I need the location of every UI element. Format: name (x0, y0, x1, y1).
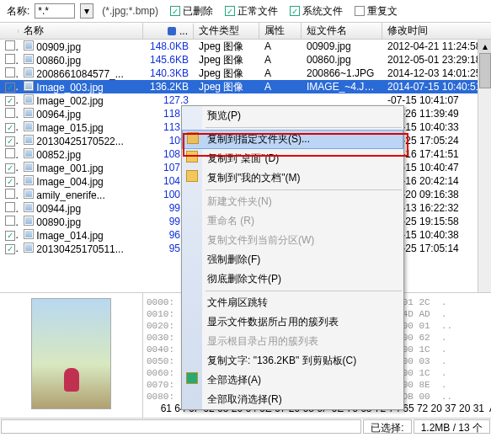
menu-deselect-all[interactable]: 全部取消选择(R) (182, 390, 403, 409)
row-checkbox[interactable]: ✓ (5, 123, 15, 133)
col-header-size[interactable]: ... (143, 24, 194, 39)
file-name: Image_015.jpg (36, 122, 103, 134)
file-size: 127.3 (143, 94, 194, 106)
menu-perm-delete[interactable]: 彻底删除文件(P) (182, 269, 403, 289)
row-checkbox[interactable] (5, 189, 15, 199)
label-normal: 正常文件 (237, 4, 278, 19)
row-checkbox[interactable] (5, 54, 15, 64)
file-date: 2012-04-21 11:24:58 (382, 40, 491, 52)
row-checkbox[interactable] (5, 67, 15, 77)
file-name: 20130425170522... (36, 136, 123, 147)
file-size: 136.2KB (143, 81, 194, 93)
checkbox-deleted[interactable]: ✓ (170, 6, 180, 16)
file-size: 148.0KB (143, 40, 194, 52)
file-icon (24, 135, 34, 145)
name-dropdown-button[interactable]: ▾ (80, 3, 93, 19)
status-bar: 已选择: 1.2MB / 13 个 (0, 418, 491, 435)
col-header-name[interactable]: 名称 (19, 22, 143, 40)
check-icon (186, 372, 198, 384)
menu-select-all[interactable]: 全部选择(A) (182, 371, 403, 390)
table-row[interactable]: 00860.jpg145.6KBJpeg 图像A00860.jpg2012-05… (0, 53, 491, 67)
col-header-type[interactable]: 文件类型 (194, 22, 259, 40)
context-menu: 预览(P) 复制到指定文件夹(S)... 复制到"桌面"(D) 复制到"我的文档… (181, 105, 404, 410)
file-type: Jpeg 图像 (194, 80, 259, 94)
file-icon (24, 81, 34, 91)
file-icon (24, 94, 34, 104)
scroll-up-button[interactable]: ▴ (478, 40, 491, 53)
file-name: Image_003.jpg (36, 82, 103, 93)
file-short-name: 00909.jpg (302, 40, 382, 52)
scrollbar-vertical[interactable]: ▴ (478, 40, 491, 292)
file-name: Image_001.jpg (36, 163, 103, 174)
scroll-thumb[interactable] (479, 53, 491, 88)
checkbox-system[interactable]: ✓ (290, 6, 300, 16)
file-name: 00852.jpg (36, 149, 81, 161)
menu-sector-jump[interactable]: 文件扇区跳转 (182, 293, 403, 312)
file-icon (24, 54, 34, 64)
label-deleted: 已删除 (183, 4, 213, 19)
file-icon (24, 162, 34, 172)
file-short-name: 00860.jpg (302, 54, 382, 66)
file-size: 140.3KB (143, 67, 194, 79)
name-input[interactable] (35, 3, 75, 19)
col-header-attr[interactable]: 属性 (259, 22, 302, 40)
checkbox-normal[interactable]: ✓ (225, 6, 235, 16)
column-header-row: 名称 ... 文件类型 属性 短文件名 修改时间 (0, 23, 491, 40)
menu-show-root-clusters: 显示根目录占用的簇列表 (182, 332, 403, 351)
file-icon (24, 229, 34, 239)
row-checkbox[interactable] (5, 40, 15, 51)
menu-rename: 重命名 (R) (182, 211, 403, 231)
file-type: Jpeg 图像 (194, 67, 259, 81)
file-icon (24, 189, 34, 199)
col-header-date[interactable]: 修改时间 (382, 22, 491, 40)
row-checkbox[interactable]: ✓ (5, 96, 15, 106)
row-checkbox[interactable] (5, 108, 15, 118)
file-name: Image_004.jpg (36, 176, 103, 188)
name-label: 名称: (7, 4, 29, 19)
file-short-name: IMAGE_~4.JPG (302, 81, 382, 93)
file-name: amily_enerife... (36, 189, 104, 201)
col-header-sname[interactable]: 短文件名 (302, 22, 382, 40)
menu-copy-to-partition: 复制文件到当前分区(W) (182, 231, 403, 250)
status-selected-label: 已选择: (363, 419, 411, 434)
sort-icon (168, 27, 176, 35)
table-row[interactable]: ✓ Image_003.jpg136.2KBJpeg 图像AIMAGE_~4.J… (0, 80, 491, 93)
file-date: 2014-12-03 14:01:25 (382, 67, 491, 79)
row-checkbox[interactable]: ✓ (5, 83, 15, 93)
file-type: Jpeg 图像 (194, 53, 259, 67)
row-checkbox[interactable] (5, 148, 15, 158)
file-attr: A (259, 81, 302, 93)
table-row[interactable]: 00909.jpg148.0KBJpeg 图像A00909.jpg2012-04… (0, 40, 491, 53)
row-checkbox[interactable]: ✓ (5, 163, 15, 173)
file-name: 2008661084577_... (36, 68, 123, 80)
file-icon (24, 121, 34, 131)
label-system: 系统文件 (302, 4, 343, 19)
file-name: 00860.jpg (36, 55, 81, 67)
file-icon (24, 243, 34, 253)
file-size: 145.6KB (143, 54, 194, 66)
menu-preview[interactable]: 预览(P) (182, 106, 403, 125)
preview-pane (0, 293, 143, 418)
menu-show-clusters[interactable]: 显示文件数据所占用的簇列表 (182, 312, 403, 332)
row-checkbox[interactable] (5, 216, 15, 226)
table-row[interactable]: 2008661084577_...140.3KBJpeg 图像A200866~1… (0, 67, 491, 80)
menu-copy-to-docs[interactable]: 复制到"我的文档"(M) (182, 168, 403, 188)
row-checkbox[interactable]: ✓ (5, 231, 15, 241)
menu-copy-text[interactable]: 复制文字: "136.2KB" 到剪贴板(C) (182, 351, 403, 371)
row-checkbox[interactable] (5, 202, 15, 212)
file-short-name: 200866~1.JPG (302, 67, 382, 79)
file-icon (24, 40, 34, 51)
documents-icon (186, 170, 198, 182)
row-checkbox[interactable]: ✓ (5, 177, 15, 187)
file-name: 20130425170511... (36, 243, 123, 255)
menu-copy-to-folder[interactable]: 复制到指定文件夹(S)... (182, 130, 403, 149)
menu-force-delete[interactable]: 强制删除(F) (182, 250, 403, 269)
menu-copy-to-desktop[interactable]: 复制到"桌面"(D) (182, 149, 403, 168)
row-checkbox[interactable]: ✓ (5, 136, 15, 147)
checkbox-repeat[interactable] (355, 6, 365, 16)
file-attr: A (259, 40, 302, 52)
desktop-icon (186, 151, 198, 163)
file-name: 00909.jpg (36, 41, 81, 53)
file-name: 00890.jpg (36, 216, 81, 228)
row-checkbox[interactable]: ✓ (5, 244, 15, 254)
